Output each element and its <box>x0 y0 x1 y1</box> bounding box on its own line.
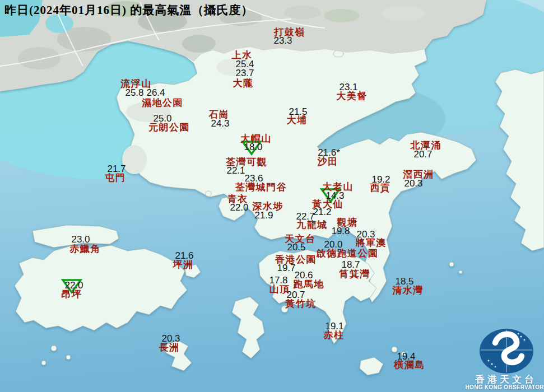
station-value: 24.3 <box>211 118 229 129</box>
station-value: 20.6 <box>294 270 313 281</box>
station-value: 22.7 <box>296 211 314 222</box>
station-value: 21.2 <box>313 207 331 218</box>
station-value: 20.3 <box>356 229 375 240</box>
station-value: 26.4 <box>146 87 165 99</box>
station-value: 25.8 <box>125 87 143 99</box>
station-value: 25.0 <box>153 113 171 124</box>
station-value: 23.6 <box>244 173 263 184</box>
station-value: 19.7 <box>277 263 295 274</box>
station-value: 20.5 <box>287 242 305 253</box>
station-value: 19.4 <box>397 351 415 362</box>
stations-layer: 23.3打鼓嶺25.4上水23.7大隴25.8流浮山26.4濕地公園25.0元朗… <box>0 0 544 392</box>
station-value: 22.0 <box>230 202 248 213</box>
station-value: 19.1 <box>325 321 343 332</box>
station-value: 20.7 <box>413 149 432 160</box>
station-value: 17.8 <box>269 275 287 286</box>
station-value: 18.7 <box>341 259 360 270</box>
station-value: 22.0 <box>64 280 83 291</box>
station-value: 23.7 <box>235 68 254 79</box>
station-value: 21.5 <box>289 106 307 118</box>
hko-logo-english-name: HONG KONG OBSERVATORY <box>465 384 544 390</box>
station-value: 20.0 <box>324 239 342 250</box>
station-value: 21.7 <box>107 164 125 175</box>
station-value: 23.0 <box>71 234 90 245</box>
station-value: 21.6 <box>175 250 193 262</box>
station-value: 19.8 <box>331 226 350 237</box>
station-value: 23.1 <box>339 82 357 93</box>
station-value: 21.6* <box>318 147 340 158</box>
station-value: 19.2 <box>371 174 390 185</box>
page-title: 昨日(2024年01月16日) 的最高氣溫（攝氏度） <box>4 2 253 18</box>
station-value: 14.3 <box>326 190 344 202</box>
station-value: 22.1 <box>226 165 245 176</box>
station-value: 18.5 <box>395 276 413 287</box>
station-value: 20.3 <box>161 333 180 344</box>
station-value: 20.3 <box>404 178 422 189</box>
station-value: 20.7 <box>286 290 305 301</box>
station-value: 18.0 <box>244 142 262 153</box>
station-value: 23.3 <box>273 35 292 46</box>
station-value: 21.9 <box>254 210 273 221</box>
hko-logo: 香港天文台 HONG KONG OBSERVATORY <box>468 325 544 392</box>
weather-map-screen: 23.3打鼓嶺25.4上水23.7大隴25.8流浮山26.4濕地公園25.0元朗… <box>0 0 544 392</box>
